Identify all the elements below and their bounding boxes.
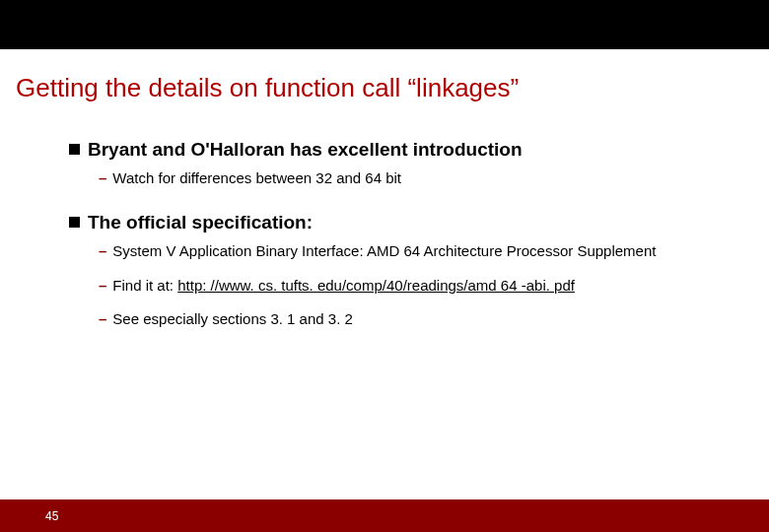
- page-number: 45: [45, 509, 58, 523]
- bottom-bar: [0, 499, 769, 532]
- bullet-level1: Bryant and O'Halloran has excellent intr…: [69, 139, 769, 161]
- dash-bullet-icon: –: [99, 309, 106, 329]
- sub-bullet-text: Watch for differences between 32 and 64 …: [112, 168, 401, 188]
- top-bar: [0, 0, 769, 49]
- bullet-level2: – Find it at: http: //www. cs. tufts. ed…: [99, 276, 690, 296]
- dash-bullet-icon: –: [99, 276, 106, 296]
- bullet-level2: – System V Application Binary Interface:…: [99, 241, 690, 261]
- bullet-level2: – Watch for differences between 32 and 6…: [99, 168, 690, 188]
- sub-bullet-group: – System V Application Binary Interface:…: [99, 241, 769, 329]
- sub-bullet-group: – Watch for differences between 32 and 6…: [99, 168, 769, 188]
- sub-bullet-text: Find it at: http: //www. cs. tufts. edu/…: [112, 276, 575, 296]
- sub-bullet-text: System V Application Binary Interface: A…: [112, 241, 656, 261]
- square-bullet-icon: [69, 217, 80, 228]
- slide: Getting the details on function call “li…: [0, 0, 769, 532]
- dash-bullet-icon: –: [99, 241, 106, 261]
- dash-bullet-icon: –: [99, 168, 106, 188]
- sub-bullet-text: See especially sections 3. 1 and 3. 2: [112, 309, 353, 329]
- bullet-text: The official specification:: [88, 212, 313, 233]
- reference-link[interactable]: http: //www. cs. tufts. edu/comp/40/read…: [177, 277, 575, 294]
- sub-bullet-prefix: Find it at:: [112, 277, 177, 294]
- content-area: Bryant and O'Halloran has excellent intr…: [69, 139, 769, 329]
- bullet-level2: – See especially sections 3. 1 and 3. 2: [99, 309, 690, 329]
- bullet-text: Bryant and O'Halloran has excellent intr…: [88, 139, 523, 161]
- slide-title: Getting the details on function call “li…: [16, 73, 769, 103]
- bullet-level1: The official specification:: [69, 212, 769, 233]
- square-bullet-icon: [69, 144, 80, 155]
